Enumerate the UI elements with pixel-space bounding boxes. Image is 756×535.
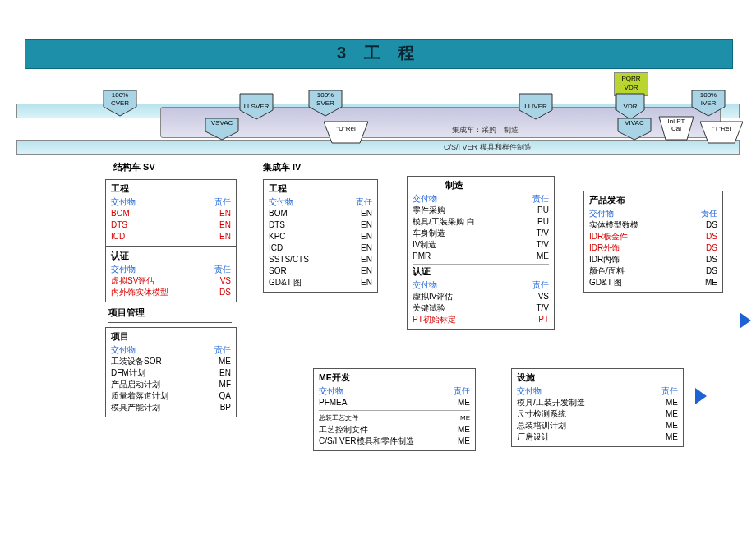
card-sv-pm: 项目 交付物责任 工装设备SORME DFM计划EN 产品启动计划MF 质量着落…	[105, 327, 237, 417]
shield-sver-top: 100%	[317, 91, 334, 99]
title-bar: 3 工 程	[25, 39, 733, 69]
shield-iver-bot: IVER	[701, 99, 717, 107]
section-sv: 结构车 SV	[113, 161, 155, 173]
card-iv-eng: 工程 交付物责任 BOMEN DTSEN KPCEN ICDEN SSTS/CT…	[263, 179, 378, 293]
shield-llsver-bot: LLSVER	[244, 103, 270, 110]
section-iv: 集成车 IV	[263, 161, 301, 173]
shield-vivac-bot: VIVAC	[625, 119, 643, 127]
shield-llsver: LLSVER	[238, 92, 274, 120]
shield-lliver: LLIVER	[518, 92, 554, 120]
shield-cver-bot: CVER	[111, 99, 129, 107]
card-sv-eng: 工程 交付物责任 BOMEN DTSEN ICDEN	[105, 179, 237, 247]
card-mfg-cert: 制造 交付物责任 零件采购PU 模具/工装采购 白PU 车身制造T/V IV制造…	[407, 176, 555, 330]
arrow-next-right[interactable]	[740, 312, 751, 329]
arrow-next-facility[interactable]	[695, 388, 707, 404]
shield-cver-top: 100%	[112, 91, 128, 99]
pqrr-l1: PQRR	[615, 74, 648, 83]
sv-pm-title: 项目管理	[108, 307, 232, 323]
shield-sver: 100%SVER	[307, 89, 343, 117]
shield-vsvac: VSVAC	[204, 115, 240, 143]
trap-trel: "T"Rel	[698, 120, 744, 145]
trap-inipt: Ini PT Cal	[657, 115, 695, 141]
track-bot-label: C/S/I VER 模具和样件制造	[444, 142, 532, 153]
track-mid-label: 集成车：采购，制造	[452, 125, 519, 136]
shield-vdr-bot: VDR	[624, 103, 638, 110]
shield-sver-bot: SVER	[316, 99, 334, 107]
pqrr-l2: VDR	[615, 83, 648, 92]
shield-cver: 100%CVER	[102, 89, 138, 117]
card-release: 产品发布 交付物责任 实体模型数模DS IDR板金件DS IDR外饰DS IDR…	[583, 191, 723, 293]
shield-iver: 100%IVER	[690, 89, 726, 117]
card-sv-cert: 认证 交付物责任 虚拟SV评估VS 内外饰实体模型DS	[105, 247, 237, 302]
shield-vsvac-bot: VSVAC	[211, 119, 233, 127]
trap-urel: "U"Rel	[322, 120, 370, 145]
shield-vivac: VIVAC	[616, 115, 652, 143]
card-medev: ME开发 交付物责任 PFMEAME 总装工艺文件ME 工艺控制文件ME C/S…	[313, 368, 476, 451]
card-facility: 设施 交付物责任 模具/工装开发制造ME 尺寸检测系统ME 总装培训计划ME 厂…	[511, 368, 684, 447]
shield-iver-top: 100%	[700, 91, 717, 99]
shield-lliver-bot: LLIVER	[524, 103, 547, 110]
